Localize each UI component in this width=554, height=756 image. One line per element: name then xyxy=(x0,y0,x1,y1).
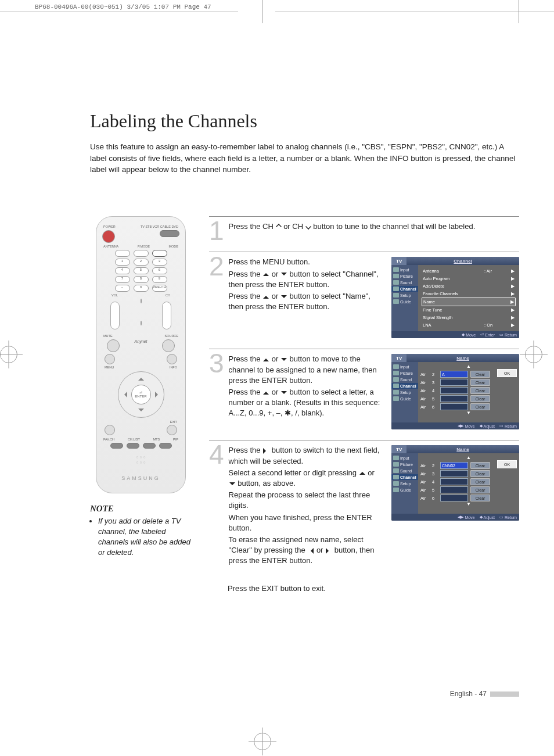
channel-rocker xyxy=(162,302,171,329)
ok-button: OK xyxy=(497,460,517,468)
osd-name-menu-2: TVName Input Picture Sound Channel Setup… xyxy=(391,445,519,521)
step-4: 4 Press the button to switch to the next… xyxy=(209,440,519,578)
triangle-left-icon xyxy=(308,548,314,554)
osd-name-menu-1: TVName Input Picture Sound Channel Setup… xyxy=(391,354,519,429)
mode-slider xyxy=(160,230,179,237)
exit-button xyxy=(167,425,177,435)
menu-button xyxy=(105,354,115,364)
triangle-down-icon xyxy=(281,295,287,301)
step-3: 3 Press the or button to move to the cha… xyxy=(209,349,519,440)
chevron-up-icon xyxy=(276,224,282,230)
brand-logo: SAMSUNG xyxy=(102,475,179,481)
ok-button: OK xyxy=(497,369,517,377)
power-button-icon xyxy=(102,230,115,243)
note-text: If you add or delete a TV channel, the l… xyxy=(90,516,192,558)
num-1: 1 xyxy=(115,259,130,266)
intro-text: Use this feature to assign an easy-to-re… xyxy=(35,141,519,175)
triangle-right-icon xyxy=(263,448,269,454)
nav-ring: ⏎ENTER xyxy=(118,371,164,418)
volume-rocker xyxy=(110,302,120,329)
triangle-up-icon xyxy=(263,293,269,299)
note-heading: NOTE xyxy=(90,504,192,514)
remote-illustration: POWERTV STB VCR CABLE DVD ANTENNAP.MODEM… xyxy=(96,216,186,493)
exit-instruction: Press the EXIT button to exit. xyxy=(228,584,519,593)
registration-mark xyxy=(525,346,542,363)
info-button xyxy=(167,354,177,364)
osd-channel-menu: TVChannel Input Picture Sound Channel Se… xyxy=(391,257,519,338)
triangle-down-icon xyxy=(281,273,287,278)
page-footer: English - 47 xyxy=(450,690,519,698)
triangle-up-icon xyxy=(263,270,269,276)
registration-mark xyxy=(254,733,271,750)
step-2: 2 Press the MENU button. Press the or bu… xyxy=(209,252,519,349)
registration-mark xyxy=(0,346,17,363)
step-1: 1 Press the CH or CH button to tune to t… xyxy=(209,216,519,252)
chevron-down-icon xyxy=(305,224,311,230)
page-title: Labeling the Channels xyxy=(35,110,519,132)
